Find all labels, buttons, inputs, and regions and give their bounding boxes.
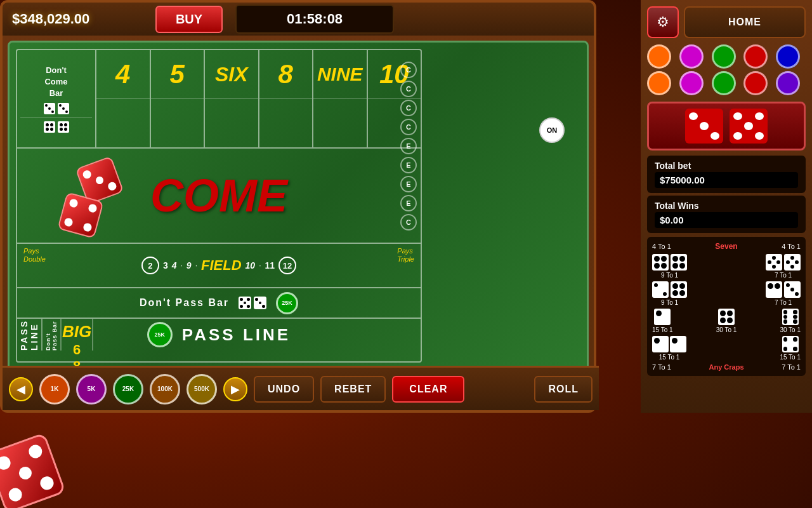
- payout-die-pair-2: [652, 336, 686, 352]
- clear-button[interactable]: CLEAR: [392, 376, 464, 403]
- field-separator-2: ·: [195, 261, 197, 270]
- payout-dice-group-4: 7 To 1: [766, 281, 801, 306]
- payout-seven: Seven: [715, 242, 737, 251]
- payout-9to1-2: 9 To 1: [661, 299, 678, 306]
- total-wins-display: Total Wins $0.00: [647, 196, 806, 233]
- pd-die-4: [784, 254, 801, 271]
- payout-row-4: 15 To 1 30 To 1 30 To 1: [652, 309, 801, 333]
- dont-pass-bar-section[interactable]: Don't Pass Bar 25K: [17, 288, 421, 319]
- number-box-six[interactable]: SIX: [205, 50, 259, 147]
- number-nine: NINE: [313, 50, 367, 99]
- number-box-8[interactable]: 8: [259, 50, 314, 147]
- payout-dice-top: [652, 254, 687, 271]
- payout-dice-row3-right: [766, 281, 801, 298]
- payout-30to1-1: 30 To 1: [716, 326, 737, 333]
- number-six-bet-area: [205, 99, 258, 147]
- pass-line-content: 25K PASS LINE: [147, 322, 291, 347]
- chip-rack-1[interactable]: [647, 44, 671, 69]
- field-separator-1: ·: [181, 261, 183, 270]
- payout-dice-group-1: 9 To 1: [652, 254, 687, 279]
- payout-4to1-left: 4 To 1: [652, 243, 671, 250]
- dont-pass-bar-label: Don't Pass Bar: [140, 297, 229, 309]
- chip-100k-button[interactable]: 100K: [150, 374, 180, 404]
- pays-double-text: PaysDouble: [23, 247, 46, 264]
- field-num-4: 4: [172, 260, 177, 271]
- c-btn-4[interactable]: C: [400, 119, 417, 135]
- payout-15to1-2: 15 To 1: [659, 354, 680, 361]
- number-4: 4: [96, 50, 150, 99]
- settings-button[interactable]: ⚙: [647, 6, 679, 38]
- chip-rack-5[interactable]: [776, 44, 800, 69]
- payout-4to1-right: 4 To 1: [782, 243, 801, 250]
- chip-5k-button[interactable]: 5K: [76, 374, 107, 404]
- c-btn-1[interactable]: C: [400, 62, 417, 78]
- undo-button[interactable]: UNDO: [254, 376, 314, 403]
- field-num-9: 9: [187, 260, 192, 271]
- e-btn-3[interactable]: E: [400, 176, 417, 192]
- e-btn-2[interactable]: E: [400, 157, 417, 173]
- ce-column: C C C C E E E E C: [400, 62, 417, 231]
- chip-500k-button[interactable]: 500K: [187, 374, 217, 404]
- payout-9to1-1: 9 To 1: [661, 272, 678, 279]
- payout-dice-group-3: 9 To 1: [652, 281, 687, 306]
- e-btn-4[interactable]: E: [400, 195, 417, 211]
- big-6: 6: [73, 342, 81, 358]
- top-buttons-row: ⚙ HOME: [647, 6, 806, 38]
- chip-rack-7[interactable]: [679, 71, 704, 95]
- pass-line-left-area: PASS LINE: [17, 319, 43, 351]
- die-4: [58, 121, 69, 133]
- number-8-bet-area: [259, 99, 313, 147]
- c-btn-2[interactable]: C: [400, 81, 417, 97]
- number-8: 8: [259, 50, 313, 99]
- dont-come-text: Don'tComeBar: [20, 65, 92, 100]
- pd-die-10: [718, 309, 735, 325]
- next-arrow-button[interactable]: ▶: [223, 377, 247, 401]
- total-wins-label: Total Wins: [655, 201, 798, 211]
- total-wins-value: $0.00: [655, 212, 798, 228]
- bottom-bar: ◀ 1K 5K 25K 100K 500K ▶ UNDO REBET CLEAR…: [3, 366, 599, 410]
- result-die-2: [730, 109, 768, 144]
- field-section[interactable]: PaysDouble 2 3 4 · 9 · FIELD 10 · 11 12 …: [17, 244, 421, 288]
- payout-7to1-2: 7 To 1: [775, 299, 792, 306]
- number-box-5[interactable]: 5: [151, 50, 206, 147]
- chip-rack-6[interactable]: [647, 71, 671, 95]
- number-nine-bet-area: [313, 99, 367, 147]
- number-box-4[interactable]: 4: [96, 50, 151, 147]
- chip-rack-8[interactable]: [712, 71, 736, 95]
- dont-pass-vert: Don't Pass Bar: [43, 319, 62, 351]
- prev-arrow-button[interactable]: ◀: [9, 377, 33, 401]
- chip-rack-10[interactable]: [776, 71, 800, 95]
- chip-rack-9[interactable]: [743, 71, 768, 95]
- payout-row-6: 7 To 1 Any Craps 7 To 1: [652, 363, 801, 371]
- big-area: BIG 6 8: [62, 319, 93, 351]
- chip-rack-3[interactable]: [712, 44, 736, 69]
- header-bar: $348,029.00 BUY 01:58:08: [3, 3, 594, 36]
- field-separator-3: ·: [259, 261, 261, 270]
- craps-table-area: ON Don'tComeBar: [8, 41, 589, 403]
- dont-come-box[interactable]: Don'tComeBar: [17, 50, 96, 147]
- field-num-3: 3: [163, 260, 168, 271]
- pass-line-section[interactable]: PASS LINE Don't Pass Bar BIG 6 8 25K PAS…: [17, 319, 421, 351]
- number-box-nine[interactable]: NINE: [313, 50, 368, 147]
- roll-button[interactable]: ROLL: [534, 376, 593, 403]
- buy-button[interactable]: BUY: [155, 6, 223, 33]
- timer-display: 01:58:08: [235, 4, 394, 34]
- pd-die-8: [784, 281, 801, 298]
- chip-dont-pass: 25K: [276, 292, 298, 314]
- chip-rack-4[interactable]: [743, 44, 768, 69]
- chip-25k-button[interactable]: 25K: [113, 374, 143, 404]
- die-3: [44, 121, 55, 133]
- come-section[interactable]: COME: [17, 149, 421, 244]
- pass-line-vert: PASS LINE: [19, 319, 39, 351]
- home-label: HOME: [728, 17, 761, 28]
- c-btn-5[interactable]: C: [400, 214, 417, 231]
- chip-rack-2[interactable]: [679, 44, 704, 69]
- c-btn-3[interactable]: C: [400, 100, 417, 116]
- chip-1k-button[interactable]: 1K: [39, 374, 70, 404]
- rebet-button[interactable]: REBET: [320, 376, 386, 403]
- payout-dice-group-2: 7 To 1: [766, 254, 801, 279]
- payout-table: 4 To 1 Seven 4 To 1 9 To 1: [647, 237, 806, 376]
- e-btn-1[interactable]: E: [400, 138, 417, 154]
- home-button[interactable]: HOME: [684, 6, 806, 38]
- on-button[interactable]: ON: [539, 117, 565, 143]
